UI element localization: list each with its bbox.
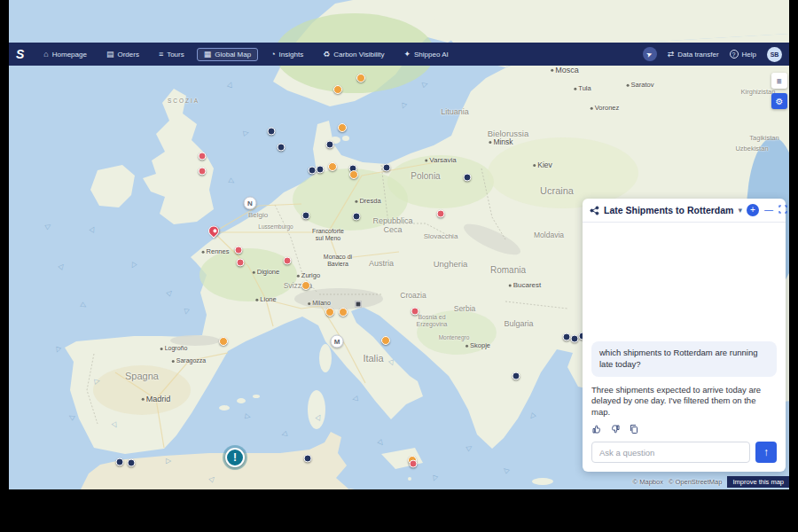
- shipment-marker-orange[interactable]: [333, 85, 342, 94]
- nav-item-label: Global Map: [215, 51, 251, 59]
- shipment-marker-orange[interactable]: [328, 162, 337, 171]
- shipment-marker-navy[interactable]: [128, 459, 136, 467]
- shippeo-logo[interactable]: S: [16, 47, 24, 61]
- shipment-marker-navy[interactable]: [353, 213, 361, 221]
- shipment-marker-orange[interactable]: [301, 281, 310, 290]
- minimize-button[interactable]: —: [764, 206, 773, 215]
- shipment-marker-navy[interactable]: [116, 458, 124, 466]
- shipment-marker-navy[interactable]: [464, 174, 472, 182]
- send-button[interactable]: ↑: [755, 442, 777, 463]
- shipment-marker-navy[interactable]: [326, 141, 334, 149]
- shipment-marker-orange[interactable]: [338, 123, 347, 132]
- share-icon: [590, 206, 599, 215]
- shipment-marker-navy[interactable]: [268, 128, 276, 136]
- nav-item-data-transfer[interactable]: ⇄Data transfer: [668, 50, 719, 59]
- shipment-marker-red[interactable]: [410, 460, 418, 468]
- nav-item-label: Homepage: [52, 51, 87, 59]
- chat-footer: ↑: [583, 434, 786, 472]
- nav-item-orders[interactable]: ▤Orders: [99, 48, 146, 61]
- shipment-marker-orange[interactable]: [381, 336, 390, 345]
- shipment-marker-navy[interactable]: [302, 212, 310, 220]
- map-settings-button[interactable]: ⚙: [771, 93, 787, 109]
- shipment-marker-red[interactable]: [437, 210, 445, 218]
- chat-body: which shipments to Rotterdam are running…: [583, 223, 786, 472]
- map-layers-button[interactable]: ≡: [771, 73, 787, 89]
- thumbs-up-icon[interactable]: [591, 424, 602, 434]
- alert-marker[interactable]: !: [225, 448, 245, 467]
- layers-icon: ≡: [777, 76, 782, 86]
- chat-actions: + — ✕: [747, 204, 789, 216]
- osm-attribution[interactable]: © OpenStreetMap: [669, 478, 723, 486]
- shipment-marker-navy[interactable]: [317, 166, 325, 174]
- shipment-marker-orange[interactable]: [339, 308, 348, 317]
- chat-panel: Late Shipments to Rotterdam ▾ + — ✕ whic…: [583, 199, 786, 472]
- nav-item-label: Help: [742, 51, 756, 59]
- nav-right: ➤ ⇄Data transfer?Help SB: [643, 47, 782, 62]
- cluster-marker[interactable]: M: [331, 335, 344, 348]
- nav-item-tours[interactable]: ≡Tours: [152, 48, 192, 61]
- paper-plane-icon: ➤: [645, 50, 653, 59]
- chat-title: Late Shipments to Rotterdam: [604, 205, 733, 215]
- nav-item-homepage[interactable]: ⌂Homepage: [36, 48, 94, 61]
- shipment-marker-navy[interactable]: [571, 335, 579, 343]
- feedback-row: [591, 424, 777, 434]
- shipment-marker-orange[interactable]: [325, 308, 334, 317]
- nav-item-help[interactable]: ?Help: [730, 50, 756, 59]
- nav-items: ⌂Homepage▤Orders≡Tours▦Global Map◔Insigh…: [36, 48, 455, 61]
- help-icon: ?: [730, 50, 739, 59]
- nav-item-label: Orders: [117, 51, 138, 59]
- improve-map-link[interactable]: Improve this map: [727, 476, 789, 488]
- nav-item-label: Tours: [167, 51, 184, 59]
- chat-header: Late Shipments to Rotterdam ▾ + — ✕: [583, 199, 786, 223]
- shipment-marker-orange[interactable]: [356, 74, 365, 82]
- shipment-marker-orange[interactable]: [349, 170, 358, 179]
- shipment-marker-red[interactable]: [237, 259, 245, 267]
- square-marker[interactable]: [356, 301, 362, 308]
- assistant-message: Three shipments expected to arrive today…: [591, 385, 777, 419]
- shipment-marker-red[interactable]: [411, 308, 419, 316]
- app-window: △△△△△△△△△△△△△△△△△△△△△△△△△△△△△△ SCOZIALit…: [9, 0, 789, 489]
- shipment-marker-navy[interactable]: [304, 455, 312, 463]
- expand-button[interactable]: [778, 205, 787, 215]
- carbon-visibility-icon: ♻: [323, 51, 330, 59]
- nav-item-global-map[interactable]: ▦Global Map: [197, 48, 258, 61]
- shipment-marker-navy[interactable]: [309, 167, 317, 175]
- shipment-marker-navy[interactable]: [563, 333, 571, 341]
- share-location-button[interactable]: ➤: [643, 47, 657, 61]
- user-message: which shipments to Rotterdam are running…: [591, 341, 777, 377]
- shipment-marker-red[interactable]: [235, 246, 243, 254]
- orders-icon: ▤: [106, 51, 114, 59]
- shipment-marker-red[interactable]: [199, 153, 207, 160]
- global-map-icon: ▦: [204, 51, 212, 59]
- nav-item-label: Data transfer: [677, 51, 718, 59]
- copy-icon[interactable]: [629, 424, 639, 434]
- nav-item-label: Carbon Visibility: [333, 51, 384, 59]
- map-controls: ≡ ⚙: [771, 73, 787, 109]
- shipment-marker-navy[interactable]: [278, 144, 286, 152]
- nav-item-label: Insights: [279, 51, 304, 59]
- chevron-down-icon[interactable]: ▾: [738, 206, 742, 215]
- top-nav: S ⌂Homepage▤Orders≡Tours▦Global Map◔Insi…: [9, 43, 789, 66]
- nav-item-label: Shippeo AI: [414, 51, 449, 59]
- nav-item-insights[interactable]: ◔Insights: [263, 48, 310, 61]
- user-avatar[interactable]: SB: [767, 47, 782, 62]
- shipment-marker-red[interactable]: [199, 168, 207, 176]
- new-chat-button[interactable]: +: [747, 204, 759, 216]
- shipment-marker-red[interactable]: [284, 257, 292, 265]
- thumbs-down-icon[interactable]: [610, 424, 621, 434]
- gear-icon: ⚙: [776, 97, 784, 106]
- cluster-marker[interactable]: N: [244, 197, 257, 210]
- nav-right-items: ⇄Data transfer?Help: [668, 50, 756, 59]
- chat-spacer: [583, 223, 786, 341]
- homepage-icon: ⌂: [43, 51, 48, 59]
- shipment-marker-navy[interactable]: [512, 372, 520, 380]
- nav-item-carbon-visibility[interactable]: ♻Carbon Visibility: [316, 48, 391, 61]
- ask-question-input[interactable]: [591, 442, 750, 463]
- data-transfer-icon: ⇄: [668, 51, 675, 59]
- map-attribution: © Mapbox © OpenStreetMap Improve this ma…: [633, 476, 789, 488]
- shipment-marker-orange[interactable]: [219, 337, 228, 346]
- mapbox-attribution[interactable]: © Mapbox: [633, 478, 663, 486]
- shipment-marker-navy[interactable]: [383, 164, 391, 172]
- nav-item-shippeo-ai[interactable]: ✦Shippeo AI: [396, 48, 455, 61]
- shippeo-ai-icon: ✦: [403, 51, 411, 59]
